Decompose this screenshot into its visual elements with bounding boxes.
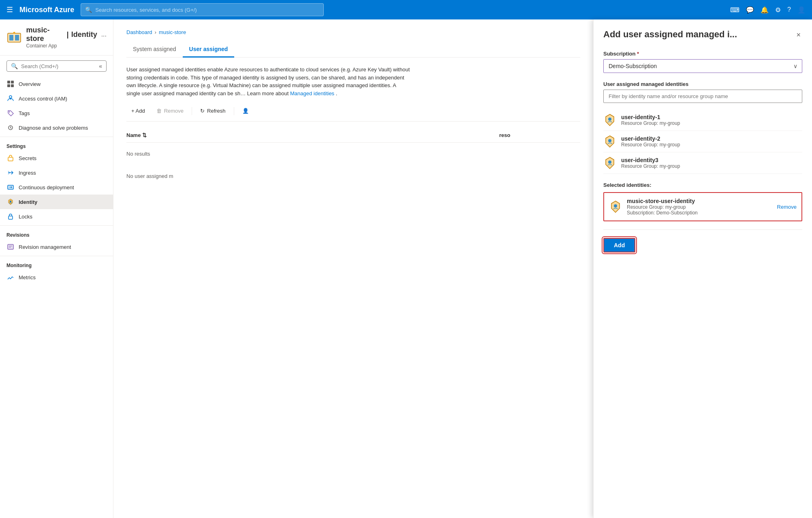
identities-label: User assigned managed identities bbox=[603, 81, 802, 87]
panel-close-button[interactable]: × bbox=[795, 29, 802, 41]
key-icon-2 bbox=[603, 135, 616, 148]
refresh-icon: ↻ bbox=[200, 108, 205, 114]
secrets-icon bbox=[6, 154, 15, 162]
resource-name: music-store bbox=[26, 26, 64, 43]
svg-rect-7 bbox=[7, 84, 10, 87]
people-icon: 👤 bbox=[242, 108, 249, 114]
notifications-icon[interactable]: 🔔 bbox=[761, 6, 769, 14]
global-search[interactable]: 🔍 bbox=[81, 3, 324, 16]
search-input[interactable] bbox=[95, 7, 319, 13]
sidebar-item-secrets[interactable]: Secrets bbox=[0, 151, 113, 165]
overlay-panel: Add user assigned managed i... × Subscri… bbox=[593, 19, 812, 518]
identity-list-item[interactable]: user-identity3 Resource Group: my-group bbox=[603, 152, 802, 174]
ingress-label: Ingress bbox=[19, 170, 36, 176]
svg-rect-2 bbox=[9, 35, 13, 41]
settings-icon[interactable]: ⚙ bbox=[775, 6, 781, 14]
identity-list: user-identity-1 Resource Group: my-group… bbox=[603, 109, 802, 174]
overview-icon bbox=[6, 80, 15, 88]
remove-selected-link[interactable]: Remove bbox=[777, 204, 797, 210]
sidebar-item-tags[interactable]: Tags bbox=[0, 106, 113, 120]
iam-icon bbox=[6, 94, 15, 103]
filter-input[interactable] bbox=[603, 90, 802, 103]
feedback-icon[interactable]: 💬 bbox=[746, 6, 754, 14]
breadcrumb-music-store[interactable]: music-store bbox=[159, 29, 186, 35]
sidebar-item-metrics[interactable]: Metrics bbox=[0, 270, 113, 285]
topnav: ☰ Microsoft Azure 🔍 ⌨ 💬 🔔 ⚙ ? 👤 bbox=[0, 0, 812, 19]
sidebar-item-iam[interactable]: Access control (IAM) bbox=[0, 91, 113, 106]
account-icon[interactable]: 👤 bbox=[797, 6, 806, 14]
terminal-icon[interactable]: ⌨ bbox=[730, 6, 739, 14]
collapse-icon[interactable]: « bbox=[99, 63, 102, 69]
tab-system-assigned[interactable]: System assigned bbox=[126, 42, 183, 58]
sidebar-item-diagnose[interactable]: Diagnose and solve problems bbox=[0, 120, 113, 135]
refresh-label: Refresh bbox=[207, 108, 226, 114]
svg-point-30 bbox=[614, 204, 617, 208]
selected-key-icon bbox=[609, 200, 622, 213]
identity-list-item[interactable]: user-identity-2 Resource Group: my-group bbox=[603, 131, 802, 152]
svg-rect-11 bbox=[8, 157, 13, 161]
metrics-icon bbox=[6, 273, 15, 281]
identity-list-item[interactable]: user-identity-1 Resource Group: my-group bbox=[603, 109, 802, 131]
sort-icon[interactable]: ⇅ bbox=[142, 132, 147, 138]
svg-rect-17 bbox=[8, 244, 13, 249]
secrets-label: Secrets bbox=[19, 155, 36, 161]
nav-icons: ⌨ 💬 🔔 ⚙ ? 👤 bbox=[730, 6, 806, 14]
selected-identity-name: music-store-user-identity bbox=[627, 198, 772, 204]
add-button[interactable]: + Add bbox=[126, 105, 150, 116]
resource-page: Identity bbox=[71, 30, 97, 39]
sidebar-item-identity[interactable]: Identity bbox=[0, 195, 113, 209]
required-mark: * bbox=[637, 51, 639, 57]
cd-icon bbox=[6, 183, 15, 191]
managed-identities-link[interactable]: Managed identities bbox=[290, 90, 334, 96]
sidebar-item-overview[interactable]: Overview bbox=[0, 77, 113, 91]
remove-button[interactable]: 🗑 Remove bbox=[152, 105, 188, 116]
sidebar-search-box[interactable]: 🔍 « bbox=[6, 60, 107, 72]
selected-label: Selected identities: bbox=[603, 182, 802, 188]
overview-label: Overview bbox=[19, 81, 41, 87]
sidebar-search-input[interactable] bbox=[21, 63, 96, 69]
locks-icon bbox=[6, 212, 15, 220]
cd-label: Continuous deployment bbox=[19, 184, 74, 191]
subscription-select[interactable]: Demo-Subscription bbox=[603, 59, 802, 73]
sidebar-item-continuous-deployment[interactable]: Continuous deployment bbox=[0, 180, 113, 195]
svg-point-9 bbox=[9, 96, 12, 98]
help-icon[interactable]: ? bbox=[787, 6, 791, 13]
tab-user-assigned[interactable]: User assigned bbox=[183, 42, 235, 58]
resource-icon bbox=[6, 29, 22, 45]
main-content: Dashboard › music-store System assigned … bbox=[113, 19, 593, 518]
revisions-section-header: Revisions bbox=[0, 225, 113, 240]
metrics-label: Metrics bbox=[19, 274, 36, 280]
tabs-container: System assigned User assigned bbox=[126, 42, 580, 58]
hamburger-icon[interactable]: ☰ bbox=[6, 5, 13, 14]
breadcrumb-dashboard[interactable]: Dashboard bbox=[126, 29, 152, 35]
tags-label: Tags bbox=[19, 110, 30, 116]
description-period: . bbox=[336, 90, 338, 96]
resource-subtitle: Container App bbox=[26, 43, 107, 49]
panel-header: Add user assigned managed i... × bbox=[603, 29, 802, 41]
sidebar-item-locks[interactable]: Locks bbox=[0, 209, 113, 224]
sidebar-item-revision-management[interactable]: Revision management bbox=[0, 240, 113, 254]
more-button[interactable]: 👤 bbox=[237, 105, 254, 116]
sidebar: music-store | Identity ... Container App… bbox=[0, 19, 113, 518]
toolbar: + Add 🗑 Remove ↻ Refresh 👤 bbox=[126, 105, 580, 122]
add-identity-button[interactable]: Add bbox=[603, 238, 635, 253]
locks-label: Locks bbox=[19, 214, 32, 220]
refresh-button[interactable]: ↻ Refresh bbox=[195, 105, 231, 116]
resource-header: music-store | Identity ... Container App bbox=[0, 19, 113, 56]
iam-label: Access control (IAM) bbox=[19, 96, 67, 102]
panel-title: Add user assigned managed i... bbox=[603, 29, 737, 40]
revision-icon bbox=[6, 243, 15, 251]
revision-management-label: Revision management bbox=[19, 244, 71, 250]
more-options[interactable]: ... bbox=[101, 31, 107, 38]
tags-icon bbox=[6, 109, 15, 117]
subscription-field: Subscription * Demo-Subscription ∨ bbox=[603, 51, 802, 73]
table-header: Name ⇅ reso bbox=[126, 128, 580, 143]
sidebar-item-ingress[interactable]: Ingress bbox=[0, 165, 113, 180]
remove-label: Remove bbox=[164, 108, 184, 114]
breadcrumb-sep1: › bbox=[155, 29, 156, 35]
subscription-select-wrapper[interactable]: Demo-Subscription ∨ bbox=[603, 59, 802, 73]
toolbar-separator-2 bbox=[234, 107, 234, 115]
ingress-icon bbox=[6, 169, 15, 177]
identity-label: Identity bbox=[19, 199, 37, 205]
col-name-header: Name ⇅ bbox=[126, 132, 499, 138]
